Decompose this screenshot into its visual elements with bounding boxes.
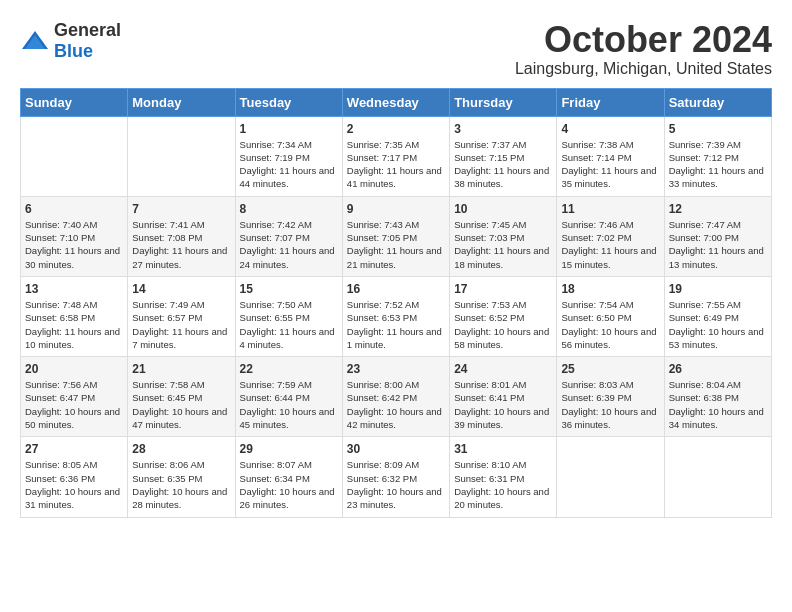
day-info: Sunrise: 7:47 AM Sunset: 7:00 PM Dayligh…	[669, 218, 767, 271]
day-number: 20	[25, 362, 123, 376]
week-row-5: 27Sunrise: 8:05 AM Sunset: 6:36 PM Dayli…	[21, 437, 772, 517]
calendar-cell: 29Sunrise: 8:07 AM Sunset: 6:34 PM Dayli…	[235, 437, 342, 517]
calendar-cell: 16Sunrise: 7:52 AM Sunset: 6:53 PM Dayli…	[342, 276, 449, 356]
day-info: Sunrise: 7:34 AM Sunset: 7:19 PM Dayligh…	[240, 138, 338, 191]
weekday-header-thursday: Thursday	[450, 88, 557, 116]
day-info: Sunrise: 8:06 AM Sunset: 6:35 PM Dayligh…	[132, 458, 230, 511]
day-number: 4	[561, 122, 659, 136]
calendar-cell: 7Sunrise: 7:41 AM Sunset: 7:08 PM Daylig…	[128, 196, 235, 276]
day-number: 19	[669, 282, 767, 296]
calendar-cell: 20Sunrise: 7:56 AM Sunset: 6:47 PM Dayli…	[21, 357, 128, 437]
day-info: Sunrise: 8:05 AM Sunset: 6:36 PM Dayligh…	[25, 458, 123, 511]
calendar-cell: 8Sunrise: 7:42 AM Sunset: 7:07 PM Daylig…	[235, 196, 342, 276]
calendar-cell	[664, 437, 771, 517]
day-info: Sunrise: 7:37 AM Sunset: 7:15 PM Dayligh…	[454, 138, 552, 191]
logo-general-text: General	[54, 20, 121, 40]
calendar-cell: 27Sunrise: 8:05 AM Sunset: 6:36 PM Dayli…	[21, 437, 128, 517]
calendar-cell: 19Sunrise: 7:55 AM Sunset: 6:49 PM Dayli…	[664, 276, 771, 356]
day-info: Sunrise: 7:43 AM Sunset: 7:05 PM Dayligh…	[347, 218, 445, 271]
weekday-header-row: SundayMondayTuesdayWednesdayThursdayFrid…	[21, 88, 772, 116]
day-number: 11	[561, 202, 659, 216]
logo-blue-text: Blue	[54, 41, 93, 61]
day-info: Sunrise: 7:50 AM Sunset: 6:55 PM Dayligh…	[240, 298, 338, 351]
day-info: Sunrise: 8:00 AM Sunset: 6:42 PM Dayligh…	[347, 378, 445, 431]
day-number: 28	[132, 442, 230, 456]
calendar-cell: 18Sunrise: 7:54 AM Sunset: 6:50 PM Dayli…	[557, 276, 664, 356]
location-title: Laingsburg, Michigan, United States	[515, 60, 772, 78]
day-info: Sunrise: 7:54 AM Sunset: 6:50 PM Dayligh…	[561, 298, 659, 351]
day-info: Sunrise: 7:58 AM Sunset: 6:45 PM Dayligh…	[132, 378, 230, 431]
calendar-cell: 21Sunrise: 7:58 AM Sunset: 6:45 PM Dayli…	[128, 357, 235, 437]
day-number: 1	[240, 122, 338, 136]
week-row-2: 6Sunrise: 7:40 AM Sunset: 7:10 PM Daylig…	[21, 196, 772, 276]
calendar-cell: 25Sunrise: 8:03 AM Sunset: 6:39 PM Dayli…	[557, 357, 664, 437]
day-number: 6	[25, 202, 123, 216]
calendar-cell	[557, 437, 664, 517]
day-number: 13	[25, 282, 123, 296]
weekday-header-wednesday: Wednesday	[342, 88, 449, 116]
day-number: 21	[132, 362, 230, 376]
day-number: 2	[347, 122, 445, 136]
day-info: Sunrise: 8:03 AM Sunset: 6:39 PM Dayligh…	[561, 378, 659, 431]
week-row-3: 13Sunrise: 7:48 AM Sunset: 6:58 PM Dayli…	[21, 276, 772, 356]
day-number: 12	[669, 202, 767, 216]
day-info: Sunrise: 7:45 AM Sunset: 7:03 PM Dayligh…	[454, 218, 552, 271]
calendar-cell: 22Sunrise: 7:59 AM Sunset: 6:44 PM Dayli…	[235, 357, 342, 437]
day-number: 27	[25, 442, 123, 456]
day-number: 9	[347, 202, 445, 216]
calendar-cell: 6Sunrise: 7:40 AM Sunset: 7:10 PM Daylig…	[21, 196, 128, 276]
day-info: Sunrise: 8:07 AM Sunset: 6:34 PM Dayligh…	[240, 458, 338, 511]
calendar-cell: 24Sunrise: 8:01 AM Sunset: 6:41 PM Dayli…	[450, 357, 557, 437]
logo-icon	[20, 29, 50, 53]
day-info: Sunrise: 7:35 AM Sunset: 7:17 PM Dayligh…	[347, 138, 445, 191]
calendar-cell	[21, 116, 128, 196]
calendar-cell: 31Sunrise: 8:10 AM Sunset: 6:31 PM Dayli…	[450, 437, 557, 517]
calendar-table: SundayMondayTuesdayWednesdayThursdayFrid…	[20, 88, 772, 518]
day-info: Sunrise: 7:49 AM Sunset: 6:57 PM Dayligh…	[132, 298, 230, 351]
calendar-cell: 5Sunrise: 7:39 AM Sunset: 7:12 PM Daylig…	[664, 116, 771, 196]
day-info: Sunrise: 7:42 AM Sunset: 7:07 PM Dayligh…	[240, 218, 338, 271]
page-header: General Blue October 2024 Laingsburg, Mi…	[20, 20, 772, 78]
day-info: Sunrise: 7:55 AM Sunset: 6:49 PM Dayligh…	[669, 298, 767, 351]
day-info: Sunrise: 7:59 AM Sunset: 6:44 PM Dayligh…	[240, 378, 338, 431]
calendar-cell: 1Sunrise: 7:34 AM Sunset: 7:19 PM Daylig…	[235, 116, 342, 196]
day-number: 7	[132, 202, 230, 216]
day-info: Sunrise: 8:10 AM Sunset: 6:31 PM Dayligh…	[454, 458, 552, 511]
day-number: 30	[347, 442, 445, 456]
day-number: 22	[240, 362, 338, 376]
weekday-header-sunday: Sunday	[21, 88, 128, 116]
calendar-cell: 13Sunrise: 7:48 AM Sunset: 6:58 PM Dayli…	[21, 276, 128, 356]
logo: General Blue	[20, 20, 121, 62]
day-info: Sunrise: 7:52 AM Sunset: 6:53 PM Dayligh…	[347, 298, 445, 351]
day-info: Sunrise: 7:46 AM Sunset: 7:02 PM Dayligh…	[561, 218, 659, 271]
calendar-cell: 4Sunrise: 7:38 AM Sunset: 7:14 PM Daylig…	[557, 116, 664, 196]
calendar-cell	[128, 116, 235, 196]
weekday-header-monday: Monday	[128, 88, 235, 116]
day-number: 8	[240, 202, 338, 216]
calendar-cell: 9Sunrise: 7:43 AM Sunset: 7:05 PM Daylig…	[342, 196, 449, 276]
day-info: Sunrise: 7:39 AM Sunset: 7:12 PM Dayligh…	[669, 138, 767, 191]
calendar-cell: 17Sunrise: 7:53 AM Sunset: 6:52 PM Dayli…	[450, 276, 557, 356]
day-info: Sunrise: 7:53 AM Sunset: 6:52 PM Dayligh…	[454, 298, 552, 351]
weekday-header-friday: Friday	[557, 88, 664, 116]
day-number: 26	[669, 362, 767, 376]
week-row-1: 1Sunrise: 7:34 AM Sunset: 7:19 PM Daylig…	[21, 116, 772, 196]
month-title: October 2024	[515, 20, 772, 60]
day-info: Sunrise: 7:40 AM Sunset: 7:10 PM Dayligh…	[25, 218, 123, 271]
day-info: Sunrise: 7:48 AM Sunset: 6:58 PM Dayligh…	[25, 298, 123, 351]
calendar-cell: 12Sunrise: 7:47 AM Sunset: 7:00 PM Dayli…	[664, 196, 771, 276]
calendar-cell: 26Sunrise: 8:04 AM Sunset: 6:38 PM Dayli…	[664, 357, 771, 437]
day-number: 3	[454, 122, 552, 136]
calendar-cell: 23Sunrise: 8:00 AM Sunset: 6:42 PM Dayli…	[342, 357, 449, 437]
day-number: 10	[454, 202, 552, 216]
calendar-cell: 28Sunrise: 8:06 AM Sunset: 6:35 PM Dayli…	[128, 437, 235, 517]
calendar-cell: 30Sunrise: 8:09 AM Sunset: 6:32 PM Dayli…	[342, 437, 449, 517]
day-number: 16	[347, 282, 445, 296]
weekday-header-tuesday: Tuesday	[235, 88, 342, 116]
day-number: 25	[561, 362, 659, 376]
day-info: Sunrise: 8:01 AM Sunset: 6:41 PM Dayligh…	[454, 378, 552, 431]
day-number: 18	[561, 282, 659, 296]
day-info: Sunrise: 7:56 AM Sunset: 6:47 PM Dayligh…	[25, 378, 123, 431]
title-block: October 2024 Laingsburg, Michigan, Unite…	[515, 20, 772, 78]
day-number: 29	[240, 442, 338, 456]
